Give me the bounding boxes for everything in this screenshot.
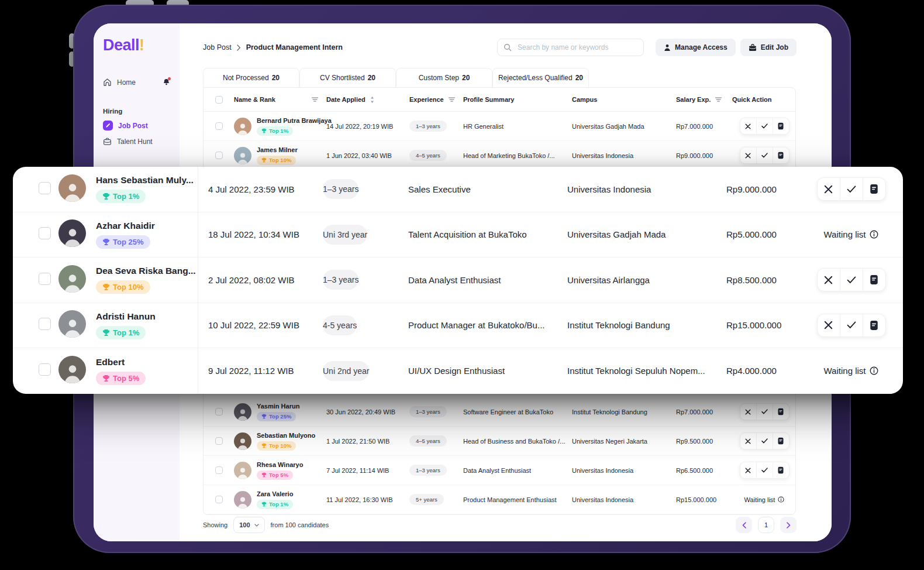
info-icon[interactable]: [870, 230, 878, 239]
salary-expectation: Rp8.500.000: [726, 275, 809, 285]
sidebar-item-talent-hunt[interactable]: Talent Hunt: [101, 134, 173, 149]
trophy-icon: [261, 443, 267, 448]
cv-document-button[interactable]: [863, 178, 885, 200]
info-icon[interactable]: [870, 366, 878, 375]
row-checkbox[interactable]: [39, 182, 51, 194]
overlay-table-row: Dea Seva Riska Bang... Top 10% 2 Jul 202…: [13, 257, 903, 303]
column-header: Date Applied: [326, 96, 366, 103]
avatar: [234, 462, 251, 479]
rank-label: Top 10%: [269, 442, 291, 449]
edit-job-button[interactable]: Edit Job: [740, 39, 797, 56]
cv-document-button[interactable]: [773, 118, 789, 134]
filter-icon[interactable]: [312, 97, 318, 102]
cv-document-button[interactable]: [773, 462, 789, 478]
reject-button[interactable]: [740, 462, 756, 478]
cv-document-button[interactable]: [773, 404, 789, 420]
sort-icon[interactable]: [370, 97, 374, 103]
manage-access-button[interactable]: Manage Access: [656, 39, 736, 56]
approve-button[interactable]: [756, 147, 773, 163]
trophy-icon: [102, 238, 110, 246]
search-bar[interactable]: [497, 39, 644, 56]
breadcrumb-parent[interactable]: Job Post: [203, 43, 232, 51]
rank-badge: Top 10%: [96, 280, 150, 294]
experience-chip: Uni 2nd year: [323, 361, 369, 381]
tab[interactable]: Not Processed 20: [203, 68, 299, 87]
row-checkbox[interactable]: [39, 318, 51, 330]
tab[interactable]: Custom Step 20: [396, 68, 492, 87]
row-checkbox[interactable]: [215, 122, 223, 130]
reject-button[interactable]: [818, 314, 840, 336]
trophy-icon: [102, 375, 110, 382]
notification-bell-icon[interactable]: [163, 78, 170, 87]
approve-button[interactable]: [756, 404, 773, 420]
row-checkbox[interactable]: [39, 227, 51, 239]
candidate-name: Yasmin Harun: [257, 403, 299, 410]
date-applied: 1 Jun 2022, 03:40 WIB: [326, 152, 409, 159]
cv-document-button[interactable]: [863, 269, 885, 291]
row-checkbox[interactable]: [39, 273, 51, 285]
next-page-button[interactable]: [780, 517, 797, 533]
tab-label: Not Processed: [223, 74, 269, 82]
approve-button[interactable]: [756, 433, 773, 449]
campus: Institut Teknologi Sepuluh Nopem...: [567, 366, 726, 376]
prev-page-button[interactable]: [736, 517, 752, 533]
tab-bar: Not Processed 20 CV Shortlisted 20 Custo…: [203, 68, 589, 87]
app-logo[interactable]: Deall!: [103, 36, 180, 54]
row-checkbox[interactable]: [215, 496, 223, 503]
filter-icon[interactable]: [449, 97, 455, 102]
experience-chip: 1–3 years: [409, 465, 447, 476]
rank-badge: Top 10%: [257, 441, 296, 451]
rank-badge: Top 1%: [96, 326, 146, 339]
trophy-icon: [261, 128, 267, 133]
tab-label: Custom Step: [419, 74, 459, 82]
search-icon: [504, 43, 512, 51]
page-size-select[interactable]: 100: [233, 517, 264, 533]
info-icon[interactable]: [778, 496, 784, 503]
approve-button[interactable]: [840, 178, 863, 200]
cv-document-button[interactable]: [773, 433, 789, 449]
tab[interactable]: CV Shortlisted 20: [299, 68, 396, 87]
profile-summary: Talent Acquisition at BukaToko: [408, 229, 567, 239]
campus: Institut Teknologi Bandung: [572, 408, 676, 416]
page-number[interactable]: 1: [758, 517, 774, 533]
tab[interactable]: Rejected/Less Qualified 20: [492, 68, 589, 87]
approve-button[interactable]: [840, 314, 863, 336]
main-header: Job Post Product Management Intern Manag…: [203, 38, 797, 57]
approve-button[interactable]: [756, 462, 773, 478]
table-row: Rhesa Winaryo Top 5% 7 Jul 2022, 11:14 W…: [204, 456, 795, 485]
reject-button[interactable]: [818, 269, 840, 291]
row-checkbox[interactable]: [215, 152, 223, 159]
sidebar-item-job-post[interactable]: Job Post: [101, 117, 173, 134]
reject-button[interactable]: [740, 404, 756, 420]
cv-document-button[interactable]: [773, 147, 789, 163]
salary-expectation: Rp6.500.000: [676, 467, 732, 474]
row-checkbox[interactable]: [215, 466, 223, 474]
reject-button[interactable]: [818, 178, 840, 200]
row-checkbox[interactable]: [39, 363, 51, 376]
quick-action-group: [740, 147, 789, 164]
experience-chip: 1–3 years: [409, 406, 447, 417]
approve-button[interactable]: [840, 269, 863, 291]
date-applied: 11 Jul 2022, 16:30 WIB: [326, 496, 409, 503]
search-input[interactable]: [516, 43, 637, 52]
table-row: Sebastian Mulyono Top 10% 1 Jul 2022, 21…: [204, 427, 795, 456]
row-checkbox[interactable]: [215, 408, 223, 416]
sidebar-item-home[interactable]: Home: [101, 74, 173, 90]
column-header: Profile Summary: [463, 96, 514, 103]
column-header: Name & Rank: [234, 96, 275, 103]
profile-summary: Data Analyst Enthusiast: [408, 275, 567, 285]
reject-button[interactable]: [740, 433, 756, 449]
filter-icon[interactable]: [715, 97, 722, 102]
trophy-icon: [261, 157, 267, 163]
approve-button[interactable]: [756, 118, 773, 134]
reject-button[interactable]: [740, 118, 756, 134]
rank-label: Top 1%: [269, 501, 288, 507]
reject-button[interactable]: [740, 147, 756, 163]
row-checkbox[interactable]: [215, 437, 223, 445]
quick-action-group: [817, 268, 886, 291]
date-applied: 1 Jul 2022, 21:50 WIB: [326, 438, 409, 445]
campus: Universitas Indonesia: [572, 467, 676, 474]
select-all-checkbox[interactable]: [215, 96, 223, 104]
profile-summary: Product Manager at Bukatoko/Bu...: [408, 320, 567, 330]
cv-document-button[interactable]: [863, 314, 885, 336]
